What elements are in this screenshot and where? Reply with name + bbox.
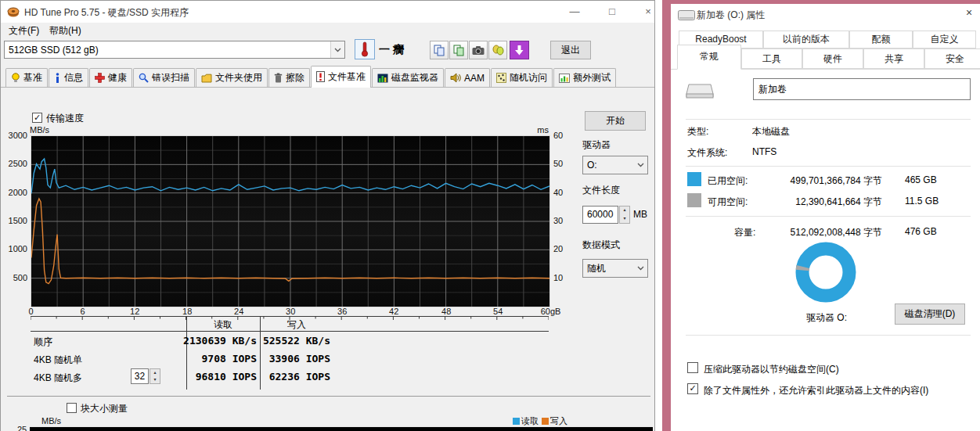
chevron-down-icon[interactable] bbox=[330, 41, 344, 58]
index-checkbox[interactable]: ✓ bbox=[687, 383, 698, 394]
bottom-chart-unit: MB/s bbox=[41, 416, 61, 426]
start-button[interactable]: 开始 bbox=[585, 111, 646, 131]
hands-icon bbox=[492, 45, 504, 56]
used-space-swatch bbox=[687, 172, 701, 186]
x-tick: 6 bbox=[81, 307, 85, 316]
spinner-up-icon[interactable]: ▴ bbox=[620, 207, 629, 215]
tab-customize[interactable]: 自定义 bbox=[913, 31, 976, 48]
block-size-checkbox[interactable] bbox=[67, 403, 77, 413]
tab-disk-monitor[interactable]: 磁盘监视器 bbox=[372, 68, 444, 88]
hdtune-window-title: HD Tune Pro 5.75 - 硬盘/SSD 实用程序 bbox=[24, 6, 189, 20]
y-tick: 2500 bbox=[1, 159, 27, 168]
temperature-button[interactable] bbox=[355, 39, 375, 59]
tab-previous-versions[interactable]: 以前的版本 bbox=[763, 31, 849, 48]
spinner-down-icon[interactable]: ▾ bbox=[620, 215, 629, 224]
used-space-label: 已用空间: bbox=[708, 174, 748, 188]
menu-file[interactable]: 文件(F) bbox=[5, 24, 42, 37]
properties-window: 新加卷 (O:) 属性 × ReadyBoost 以前的版本 配额 自定义 常规… bbox=[662, 0, 980, 431]
hdtune-app-icon bbox=[7, 5, 20, 18]
drive-caption: 驱动器 O: bbox=[780, 311, 874, 325]
tab-folder-usage[interactable]: 文件夹使用 bbox=[196, 68, 268, 88]
disk-cleanup-button[interactable]: 磁盘清理(D) bbox=[895, 303, 965, 325]
copy-icon bbox=[434, 45, 445, 56]
separator bbox=[686, 166, 971, 167]
screenshot-button[interactable] bbox=[469, 41, 488, 59]
minimize-icon[interactable]: — bbox=[563, 5, 586, 19]
y-left-unit: MB/s bbox=[30, 125, 49, 135]
file-length-stepper[interactable]: ▴ ▾ bbox=[619, 206, 630, 224]
legend-write-swatch bbox=[542, 418, 549, 425]
block-size-label: 块大小测量 bbox=[81, 402, 128, 415]
file-length-label: 文件长度 bbox=[582, 184, 620, 197]
tab-random-access[interactable]: 随机访问 bbox=[491, 68, 553, 88]
close-icon[interactable]: × bbox=[636, 5, 660, 19]
chevron-down-icon[interactable] bbox=[634, 156, 647, 174]
y-tick-right: 50 bbox=[553, 159, 563, 168]
temperature-text: 一 癵 bbox=[379, 43, 404, 57]
y-axis-right-ticks: 102030405060 bbox=[551, 135, 575, 306]
transfer-speed-checkbox[interactable]: ✓ bbox=[32, 113, 42, 123]
copy-text-button[interactable] bbox=[430, 41, 449, 59]
tab-sharing[interactable]: 共享 bbox=[863, 48, 924, 69]
tab-extra-tests[interactable]: 额外测试 bbox=[553, 68, 616, 88]
random-access-icon bbox=[496, 73, 506, 83]
col-header-write: 写入 bbox=[260, 318, 333, 332]
copy-image-icon bbox=[453, 45, 465, 56]
hdtune-menubar: 文件(F) 帮助(H) bbox=[1, 23, 654, 39]
tab-file-benchmark[interactable]: 文件基准 bbox=[311, 66, 371, 88]
tab-tools[interactable]: 工具 bbox=[741, 48, 802, 69]
y-tick: 500 bbox=[1, 273, 27, 282]
chevron-down-icon[interactable] bbox=[634, 260, 647, 277]
tab-general[interactable]: 常规 bbox=[677, 45, 741, 70]
tab-health[interactable]: 健康 bbox=[89, 68, 132, 88]
tab-security[interactable]: 安全 bbox=[924, 48, 980, 69]
filesystem-value: NTFS bbox=[752, 146, 776, 157]
tab-quota[interactable]: 配额 bbox=[849, 31, 913, 48]
copy-image-button[interactable] bbox=[449, 41, 468, 59]
x-tick: 42 bbox=[389, 307, 398, 316]
row-sequential-write: 525522 KB/s bbox=[229, 335, 330, 347]
row-sequential-label: 顺序 bbox=[34, 336, 52, 349]
y-right-unit: ms bbox=[525, 125, 549, 135]
close-icon[interactable]: × bbox=[961, 6, 977, 19]
x-tick: 36 bbox=[337, 307, 347, 316]
data-mode-dropdown[interactable]: 随机 bbox=[582, 259, 648, 278]
capacity-label: 容量: bbox=[734, 226, 755, 239]
menu-help[interactable]: 帮助(H) bbox=[46, 24, 85, 37]
save-button[interactable] bbox=[488, 41, 507, 59]
tab-error-scan[interactable]: 错误扫描 bbox=[133, 68, 195, 88]
capacity-bytes: 512,092,008,448 字节 bbox=[756, 226, 882, 239]
speaker-icon bbox=[450, 73, 461, 83]
hdtune-tabbar: 基准 信息 健康 错误扫描 文件夹使用 擦除 文件基准 磁盘监视 bbox=[1, 68, 654, 88]
compress-checkbox[interactable] bbox=[687, 362, 698, 373]
legend-read-swatch bbox=[513, 418, 520, 425]
maximize-icon[interactable]: □ bbox=[600, 5, 624, 19]
tab-info[interactable]: 信息 bbox=[49, 68, 88, 88]
disk-usage-donut bbox=[793, 239, 859, 305]
row-4k-single-write: 33906 IOPS bbox=[229, 353, 330, 365]
download-button[interactable] bbox=[510, 41, 529, 59]
tab-erase[interactable]: 擦除 bbox=[268, 68, 310, 88]
drive-dropdown[interactable]: O: bbox=[582, 156, 648, 174]
folder-icon bbox=[201, 74, 212, 83]
legend-read-label: 读取 bbox=[521, 415, 539, 427]
tab-aam[interactable]: AAM bbox=[445, 68, 490, 88]
table-header-line bbox=[31, 331, 549, 332]
separator bbox=[686, 119, 971, 120]
y-tick: 2000 bbox=[1, 188, 27, 197]
bottom-chart-tick: 25 bbox=[17, 425, 27, 431]
trash-icon bbox=[274, 73, 283, 83]
tab-benchmark[interactable]: 基准 bbox=[5, 68, 48, 88]
file-benchmark-icon bbox=[316, 71, 325, 82]
tab-hardware[interactable]: 硬件 bbox=[802, 48, 863, 69]
hdtune-titlebar: HD Tune Pro 5.75 - 硬盘/SSD 实用程序 — □ × bbox=[1, 1, 654, 23]
exit-button[interactable]: 退出 bbox=[550, 41, 591, 59]
file-length-input[interactable]: 60000 bbox=[582, 206, 618, 224]
queue-depth-input[interactable]: 32 bbox=[131, 368, 149, 384]
volume-name-input[interactable] bbox=[753, 78, 971, 100]
drive-select[interactable]: 512GB SSD (512 gB) bbox=[4, 41, 345, 59]
health-cross-icon bbox=[95, 73, 105, 83]
window-frame-left bbox=[662, 0, 671, 431]
y-tick-right: 30 bbox=[553, 216, 563, 225]
x-tick: 24 bbox=[234, 307, 243, 316]
